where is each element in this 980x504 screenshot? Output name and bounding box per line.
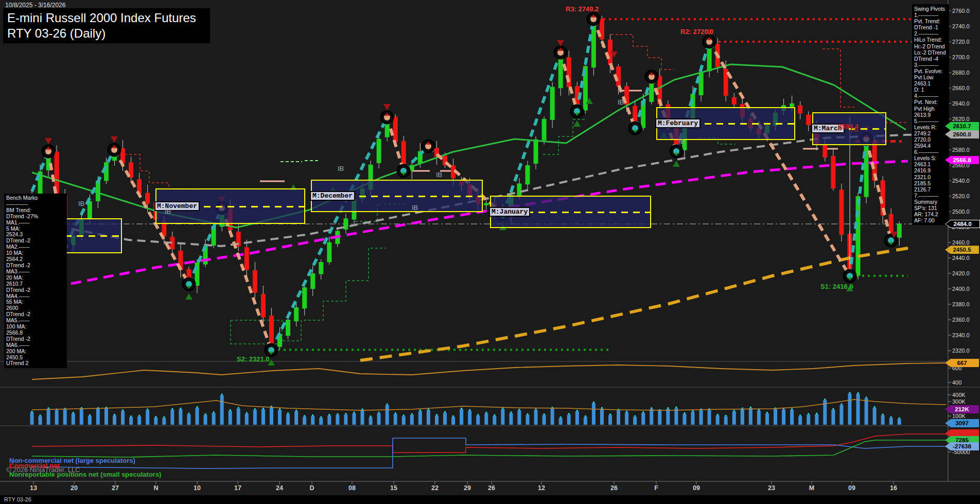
price-axis-label: 2340.0 (952, 332, 970, 338)
candle (261, 294, 266, 318)
swing-pivots-line: Levels R: (914, 124, 947, 130)
swing-pivots-line: Pvt. Trend: (914, 18, 947, 24)
swing-pivots-line: 3.----------- (914, 62, 947, 68)
date-axis-label: 12 (538, 484, 545, 492)
swing-pivot-marker[interactable] (670, 145, 682, 158)
ib-range-label: IB (412, 204, 418, 212)
benchmarks-line: MA1.------ (6, 220, 65, 226)
price-badge: 2484.0 (945, 220, 980, 228)
level-label-S1: S1: 2416.9 (820, 283, 853, 290)
benchmarks-line: 20 MA: (6, 275, 65, 281)
swing-pivot-marker[interactable] (183, 278, 195, 290)
swing-pivots-line: AR: 174.2 (914, 211, 947, 217)
chart-canvas[interactable] (0, 0, 980, 504)
candle (798, 106, 802, 114)
swing-pivots-line: 2126.7 (914, 186, 947, 193)
chart-title: E-mini Russell 2000 Index Futures RTY 03… (3, 8, 210, 43)
date-axis-label: M (809, 484, 814, 492)
candle (790, 103, 794, 107)
candle (732, 97, 737, 105)
price-axis-label: 2640.0 (952, 100, 970, 107)
swing-pivot-marker[interactable] (554, 46, 567, 59)
date-axis-label: D (309, 484, 314, 492)
copyright-text: © 2026 NinjaTrader, LLC (6, 466, 80, 474)
ib-range-label: IB (618, 98, 624, 106)
level-label-R2: R2: 2720.0 (680, 28, 713, 36)
indicator-axis-label: 400 (952, 379, 961, 386)
swing-pivots-line: Hi:-2 DTrend (914, 43, 947, 49)
swing-pivots-line: 2613.9 (914, 112, 947, 118)
candle (822, 145, 827, 158)
price-badge: 3097 (945, 419, 979, 427)
swing-pivot-marker[interactable] (397, 165, 410, 177)
price-axis-label: 2500.0 (952, 208, 970, 215)
date-axis-label: 13 (30, 484, 37, 492)
price-axis-label: 2660.0 (952, 85, 970, 91)
candle (897, 224, 902, 238)
candle (567, 57, 571, 87)
swing-pivot-marker[interactable] (844, 270, 856, 282)
swing-pivot-marker[interactable] (645, 71, 658, 83)
candle (302, 287, 307, 308)
date-axis-label: 26 (488, 484, 495, 492)
swing-pivots-line: 1.----------- (914, 12, 947, 18)
candle (286, 320, 290, 336)
indicator-axis-label: 400K (952, 392, 966, 398)
candle (542, 119, 547, 141)
ib-range-label: IB (678, 137, 685, 145)
swing-pivot-marker[interactable] (587, 13, 600, 25)
price-axis-label: 2580.0 (952, 147, 970, 153)
swing-pivot-marker[interactable] (703, 36, 715, 48)
status-instrument: RTY 03-26 (4, 496, 31, 502)
month-label[interactable]: M:February (655, 118, 701, 128)
level-label-R3: R3: 2749.2 (566, 5, 599, 13)
swing-pivots-line: AF: 7.00 (914, 217, 947, 223)
swing-pivots-line: 2416.9 (914, 167, 947, 173)
status-bar: RTY 03-26 (0, 495, 980, 504)
swing-pivot-marker[interactable] (381, 111, 393, 124)
candle (534, 140, 538, 164)
swing-pivots-line: 4.----------- (914, 93, 947, 99)
candle (558, 57, 563, 88)
swing-pivot-marker[interactable] (571, 105, 583, 117)
price-axis-label: 2700.0 (952, 54, 970, 60)
price-axis-label: 2400.0 (952, 286, 970, 292)
candle (377, 139, 381, 163)
swing-pivot-marker[interactable] (42, 145, 55, 158)
date-range: 10/8/2025 - 3/16/2026 (5, 2, 65, 9)
month-label[interactable]: M:January (489, 207, 530, 217)
swing-pivots-line: Lo:-2 DTrend (914, 49, 947, 56)
swing-pivot-marker[interactable] (108, 144, 120, 156)
swing-pivot-marker[interactable] (265, 344, 277, 356)
benchmarks-line: BM Trend: (6, 207, 65, 214)
month-label[interactable]: M:December (310, 191, 355, 201)
candle (319, 262, 323, 274)
price-badge: 212K (945, 405, 979, 413)
candle (806, 115, 811, 125)
date-axis-label: 09 (848, 484, 855, 492)
swing-pivot-marker[interactable] (422, 140, 434, 152)
candle (526, 165, 530, 184)
price-badge: 667 (945, 359, 979, 367)
price-axis-label: 2680.0 (952, 69, 970, 76)
benchmarks-line: 200 MA: (6, 349, 65, 355)
swing-pivots-line: 7.----------- (914, 193, 947, 199)
indicator-axis-label: 100K (952, 413, 966, 419)
benchmarks-panel: Bench Marks------------BM Trend:DTrend -… (4, 194, 67, 368)
candle (484, 203, 488, 205)
candle (393, 117, 398, 142)
swing-pivot-marker[interactable] (885, 234, 897, 247)
swing-pivots-line: Summary (914, 199, 947, 205)
swing-pivot-marker[interactable] (629, 122, 641, 134)
price-axis-label: 2380.0 (952, 301, 970, 307)
swing-pivots-line: 2.----------- (914, 30, 947, 37)
candle (864, 141, 869, 197)
benchmarks-line: DTrend -2 (6, 336, 65, 342)
date-axis-label: 10 (194, 484, 201, 492)
price-axis-label: 2720.0 (952, 39, 970, 45)
swing-pivots-line: SP's: 131 (914, 205, 947, 211)
pivot-f0-label: F0 (850, 127, 859, 134)
month-label[interactable]: M:November (154, 201, 200, 211)
date-axis-label: 22 (431, 484, 439, 492)
date-axis-label: 29 (464, 484, 471, 492)
